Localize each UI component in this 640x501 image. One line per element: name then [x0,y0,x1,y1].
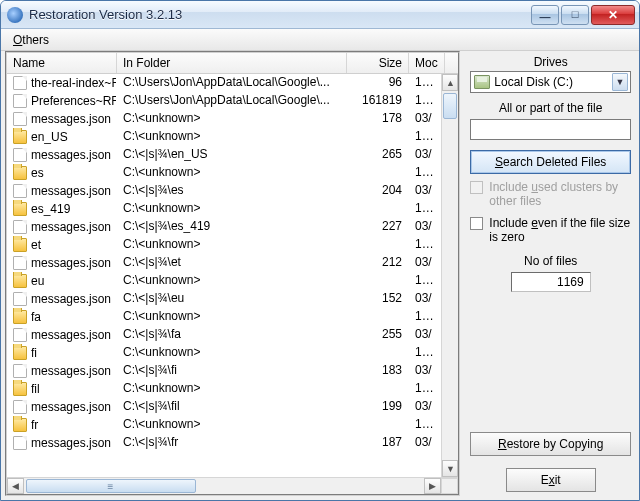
exit-button[interactable]: Exit [506,468,596,492]
file-icon [13,256,27,270]
scroll-corner [441,478,458,494]
row-folder: C:\Users\Jon\AppData\Local\Google\... [117,74,347,92]
row-size [347,128,409,146]
drive-icon [474,75,490,89]
filepart-input[interactable] [470,119,631,140]
row-size [347,164,409,182]
row-size [347,344,409,362]
col-size[interactable]: Size [347,53,409,73]
menu-others[interactable]: Others [7,31,55,49]
row-name: et [31,238,41,252]
row-modified: 03/ [409,290,441,308]
row-size: 183 [347,362,409,380]
include-zero-checkbox[interactable]: Include even if the file size is zero [470,216,631,244]
row-folder: C:\<unknown> [117,380,347,398]
row-modified: 10/2 [409,236,441,254]
row-size [347,416,409,434]
row-folder: C:\Users\Jon\AppData\Local\Google\... [117,92,347,110]
row-modified: 10/2 [409,272,441,290]
hscroll-track[interactable]: ≡ [24,478,424,494]
drive-value: Local Disk (C:) [494,75,612,89]
file-icon [13,436,27,450]
folder-icon [13,418,27,432]
row-size: 265 [347,146,409,164]
col-folder[interactable]: In Folder [117,53,347,73]
table-row[interactable]: messages.jsonC:\<|s|¾\es20403/ [7,182,441,200]
client-area: Name In Folder Size Moc the-real-index~R… [5,51,635,496]
col-name[interactable]: Name [7,53,117,73]
scroll-down-button[interactable]: ▼ [442,460,458,477]
row-modified: 03/ [409,434,441,452]
row-size: 212 [347,254,409,272]
row-folder: C:\<unknown> [117,236,347,254]
restore-button[interactable]: Restore by Copying [470,432,631,456]
table-row[interactable]: messages.jsonC:\<|s|¾\fi18303/ [7,362,441,380]
scroll-left-button[interactable]: ◀ [7,478,24,494]
folder-icon [13,274,27,288]
table-row[interactable]: messages.jsonC:\<|s|¾\et21203/ [7,254,441,272]
table-row[interactable]: messages.jsonC:\<|s|¾\eu15203/ [7,290,441,308]
scroll-up-button[interactable]: ▲ [442,74,458,91]
search-deleted-button[interactable]: Search Deleted Files [470,150,631,174]
col-modified[interactable]: Moc [409,53,445,73]
include-used-checkbox: Include used clusters by other files [470,180,631,208]
folder-icon [13,382,27,396]
folder-icon [13,166,27,180]
minimize-button[interactable]: — [531,5,559,25]
row-name: eu [31,274,44,288]
table-row[interactable]: filC:\<unknown>10/2 [7,380,441,398]
close-icon: ✕ [608,9,618,21]
scroll-right-button[interactable]: ▶ [424,478,441,494]
row-folder: C:\<|s|¾\fi [117,362,347,380]
close-button[interactable]: ✕ [591,5,635,25]
table-row[interactable]: messages.jsonC:\<|s|¾\fa25503/ [7,326,441,344]
row-name: fa [31,310,41,324]
horizontal-scrollbar[interactable]: ◀ ≡ ▶ [7,477,458,494]
table-row[interactable]: the-real-index~R...C:\Users\Jon\AppData\… [7,74,441,92]
drive-select[interactable]: Local Disk (C:) ▼ [470,71,631,93]
checkbox-icon[interactable] [470,217,483,230]
row-name: en_US [31,130,68,144]
table-row[interactable]: esC:\<unknown>10/2 [7,164,441,182]
table-row[interactable]: Preferences~RF...C:\Users\Jon\AppData\Lo… [7,92,441,110]
row-size: 204 [347,182,409,200]
table-row[interactable]: messages.jsonC:\<|s|¾\fil19903/ [7,398,441,416]
vertical-scrollbar[interactable]: ▲ ▼ [441,74,458,477]
table-row[interactable]: euC:\<unknown>10/2 [7,272,441,290]
file-icon [13,184,27,198]
row-size: 199 [347,398,409,416]
titlebar[interactable]: Restoration Version 3.2.13 — □ ✕ [1,1,639,29]
table-row[interactable]: etC:\<unknown>10/2 [7,236,441,254]
file-list-rows[interactable]: the-real-index~R...C:\Users\Jon\AppData\… [7,74,441,477]
row-folder: C:\<|s|¾\et [117,254,347,272]
drives-label: Drives [470,55,631,69]
maximize-button[interactable]: □ [561,5,589,25]
table-row[interactable]: messages.jsonC:\<unknown>17803/ [7,110,441,128]
row-size: 161819 [347,92,409,110]
table-row[interactable]: messages.jsonC:\<|s|¾\es_41922703/ [7,218,441,236]
row-modified: 10/2 [409,308,441,326]
row-modified: 10/2 [409,380,441,398]
row-size: 152 [347,290,409,308]
chevron-down-icon[interactable]: ▼ [612,73,628,91]
maximize-icon: □ [572,9,579,20]
search-deleted-label: earch Deleted Files [503,155,606,169]
row-folder: C:\<|s|¾\es_419 [117,218,347,236]
vscroll-thumb[interactable] [443,93,457,119]
row-name: fr [31,418,38,432]
row-modified: 03/ [409,218,441,236]
table-row[interactable]: messages.jsonC:\<|s|¾\fr18703/ [7,434,441,452]
row-modified: 03/ [409,398,441,416]
table-row[interactable]: fiC:\<unknown>10/2 [7,344,441,362]
row-size: 187 [347,434,409,452]
table-row[interactable]: frC:\<unknown>10/2 [7,416,441,434]
table-row[interactable]: en_USC:\<unknown>10/2 [7,128,441,146]
table-row[interactable]: es_419C:\<unknown>10/2 [7,200,441,218]
vscroll-track[interactable] [442,91,458,460]
table-row[interactable]: messages.jsonC:\<|s|¾\en_US26503/ [7,146,441,164]
table-row[interactable]: faC:\<unknown>10/2 [7,308,441,326]
window-title: Restoration Version 3.2.13 [29,7,529,22]
row-modified: 03/ [409,182,441,200]
row-folder: C:\<unknown> [117,128,347,146]
hscroll-thumb[interactable]: ≡ [26,479,196,493]
